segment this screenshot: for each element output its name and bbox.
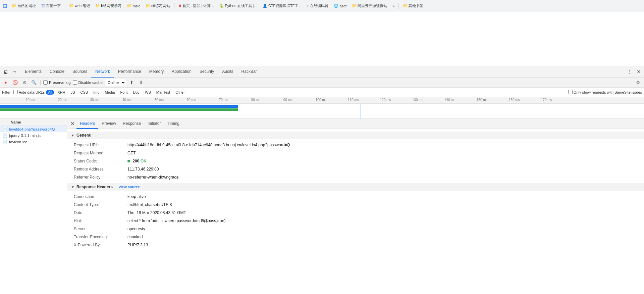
- connection-value: keep-alive: [127, 194, 146, 200]
- device-toolbar-icon[interactable]: ▱: [10, 68, 18, 76]
- tab-audits[interactable]: Audits: [218, 66, 237, 78]
- file-list-header: doc Name: [0, 119, 67, 126]
- details-tab-timing[interactable]: Timing: [164, 119, 183, 129]
- filter-media[interactable]: Media: [103, 90, 117, 95]
- response-header-connection: Connection: keep-alive: [74, 193, 637, 201]
- download-icon[interactable]: ⬇: [138, 79, 145, 86]
- tab-hackbar[interactable]: HackBar: [237, 66, 261, 78]
- bookmark-aliyun[interactable]: 📁 阿里云开源镜像站: [350, 3, 389, 9]
- bookmark-百度一下[interactable]: 百 百度一下: [39, 3, 63, 9]
- date-value: Thu, 19 Mar 2020 08:43:51 GMT: [127, 210, 186, 216]
- header-row-request-method: Request Method: GET: [74, 149, 637, 157]
- details-tab-headers[interactable]: Headers: [76, 119, 98, 129]
- disable-cache-checkbox[interactable]: Disable cache: [73, 80, 103, 85]
- preserve-log-checkbox[interactable]: Preserve log: [43, 80, 71, 85]
- response-headers-section-body: Connection: keep-alive Content-Type: tex…: [67, 191, 644, 251]
- clear-button[interactable]: 🚫: [11, 79, 19, 86]
- bookmark-ctf[interactable]: 📁 ctf练习网站: [144, 3, 172, 9]
- bookmark-b站[interactable]: 📁 b站网安学习: [93, 3, 123, 9]
- tab-elements[interactable]: Elements: [21, 66, 46, 78]
- tab-application[interactable]: Application: [168, 66, 196, 78]
- bookmark-more[interactable]: »: [390, 3, 396, 9]
- response-header-x-powered-by: X-Powered-By: PHP/7.3.13: [74, 241, 637, 249]
- search-icon[interactable]: 🔍: [30, 79, 38, 86]
- samesite-checkbox[interactable]: Only show requests with SameSite issues: [568, 90, 642, 94]
- file-item-favicon[interactable]: 📄 favicon.ico: [0, 139, 67, 145]
- filter-js[interactable]: JS: [69, 90, 77, 95]
- view-source-link[interactable]: view source: [119, 185, 140, 189]
- filter-bar: Filter Hide data URLs All XHR JS CSS Img…: [0, 88, 644, 97]
- preserve-log-input[interactable]: [43, 80, 48, 85]
- details-tab-bar: ✕ Headers Preview Response Initiator Tim…: [67, 119, 644, 129]
- upload-icon[interactable]: ⬆: [128, 79, 136, 86]
- bookmark-自己的网址[interactable]: 📁 自己的网址: [10, 3, 38, 9]
- filter-doc[interactable]: Doc: [131, 90, 142, 95]
- filter-other[interactable]: Other: [173, 90, 187, 95]
- ruler-mark-80: 80 ms: [251, 98, 260, 102]
- ruler-mark-120: 120 ms: [380, 98, 391, 102]
- ruler-mark-10: 10 ms: [26, 98, 35, 102]
- tab-sources[interactable]: Sources: [68, 66, 91, 78]
- tab-security[interactable]: Security: [196, 66, 218, 78]
- referrer-policy-value: no-referrer-when-downgrade: [127, 174, 179, 180]
- bookmark-others[interactable]: 📁 其他书签: [401, 3, 425, 9]
- details-close-button[interactable]: ✕: [68, 120, 76, 128]
- more-options-icon[interactable]: ⋮: [625, 68, 633, 76]
- page-content: [0, 12, 644, 66]
- record-button[interactable]: ●: [2, 79, 9, 86]
- bookmark-python[interactable]: 🐍 Python 在线工具 |...: [217, 3, 259, 9]
- content-type-key: Content-Type:: [74, 202, 127, 208]
- file-item-leveldo4[interactable]: 📄 leveldo4.php?password=Q: [0, 126, 67, 132]
- settings-icon[interactable]: ⚙: [634, 79, 642, 87]
- bookmark-asdf[interactable]: 🌐 asdf: [332, 3, 348, 9]
- transfer-encoding-value: chunked: [127, 234, 143, 240]
- filter-icon[interactable]: ⊙: [21, 79, 28, 86]
- filter-manifest[interactable]: Manifest: [154, 90, 172, 95]
- general-section-header[interactable]: ▼ General: [67, 132, 644, 139]
- filter-css[interactable]: CSS: [78, 90, 90, 95]
- throttle-select[interactable]: Online: [105, 79, 126, 86]
- content-type-value: text/html; charset=UTF-8: [127, 202, 172, 208]
- details-tab-initiator[interactable]: Initiator: [144, 119, 164, 129]
- inspect-icon[interactable]: ⬕: [1, 68, 9, 76]
- response-header-transfer-encoding: Transfer-Encoding: chunked: [74, 233, 637, 241]
- filter-xhr[interactable]: XHR: [55, 90, 67, 95]
- x-powered-by-value: PHP/7.3.13: [127, 242, 148, 248]
- file-item-jquery[interactable]: 📄 jquery-3.1.1.min.js: [0, 132, 67, 139]
- ruler-mark-130: 130 ms: [412, 98, 423, 102]
- close-devtools-icon[interactable]: ✕: [635, 68, 643, 76]
- x-powered-by-key: X-Powered-By:: [74, 242, 127, 248]
- samesite-input[interactable]: [568, 90, 573, 94]
- filter-all[interactable]: All: [46, 90, 54, 95]
- tab-network[interactable]: Network: [91, 66, 114, 78]
- header-row-request-url: Request URL: http://444fd18e-dbb9-45cc-a…: [74, 141, 637, 149]
- date-key: Date:: [74, 210, 127, 216]
- server-value: openresty: [127, 226, 145, 232]
- ruler-mark-20: 20 ms: [58, 98, 67, 102]
- tab-console[interactable]: Console: [46, 66, 68, 78]
- details-tab-preview[interactable]: Preview: [98, 119, 119, 129]
- details-tab-response[interactable]: Response: [119, 119, 144, 129]
- bookmark-encoder[interactable]: T 在线编码器: [305, 3, 331, 9]
- bookmark-ctf2[interactable]: 👤 CTF资源库|CTF工...: [261, 3, 304, 9]
- bookmark-luogu[interactable]: ✖ 首页 - 洛谷 | 计算...: [176, 3, 216, 9]
- bookmark-msic[interactable]: 📁 msic: [125, 3, 142, 9]
- header-row-status-code: Status Code: 200 OK: [74, 157, 637, 165]
- response-header-content-type: Content-Type: text/html; charset=UTF-8: [74, 201, 637, 209]
- browser-toolbar: ⊞ 📁 自己的网址 百 百度一下 📁 web 笔记 📁 b站网安学习 📁 msi…: [0, 0, 644, 12]
- hide-data-urls-checkbox[interactable]: Hide data URLs: [13, 90, 45, 94]
- filter-img[interactable]: Img: [91, 90, 101, 95]
- filter-font[interactable]: Font: [118, 90, 129, 95]
- apps-icon[interactable]: ⊞: [3, 3, 7, 9]
- referrer-policy-key: Referrer Policy:: [74, 174, 127, 180]
- server-key: Server:: [74, 226, 127, 232]
- ruler-mark-110: 110 ms: [348, 98, 359, 102]
- disable-cache-input[interactable]: [73, 80, 77, 85]
- bookmark-web笔记[interactable]: 📁 web 笔记: [67, 3, 92, 9]
- filter-ws[interactable]: WS: [143, 90, 153, 95]
- status-dot-icon: [127, 160, 130, 162]
- hide-data-urls-input[interactable]: [13, 90, 18, 94]
- tab-memory[interactable]: Memory: [145, 66, 168, 78]
- tab-performance[interactable]: Performance: [114, 66, 145, 78]
- response-headers-section-header[interactable]: ▼ Response Headers view source: [67, 183, 644, 191]
